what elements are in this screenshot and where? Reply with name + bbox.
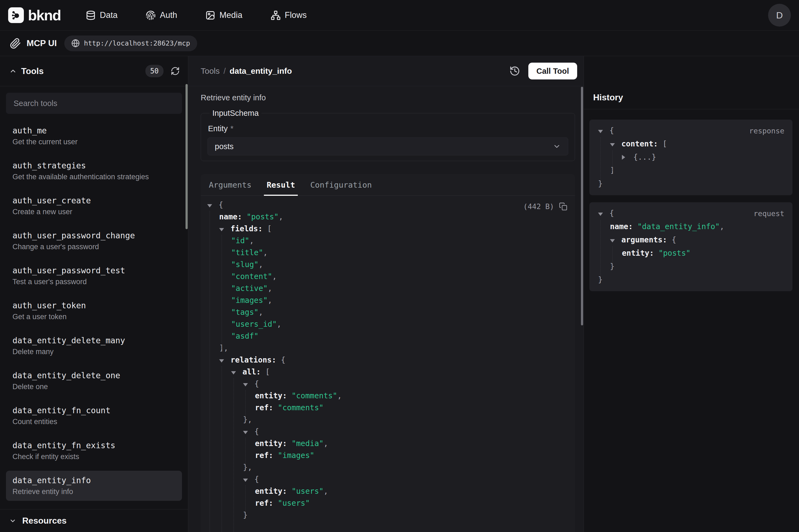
- sidebar-item-auth_me[interactable]: auth_meGet the current user: [6, 121, 182, 151]
- sidebar-item-data_entity_fn_exists[interactable]: data_entity_fn_existsCheck if entity exi…: [6, 436, 182, 466]
- sidebar-item-data_entity_delete_one[interactable]: data_entity_delete_oneDelete one: [6, 366, 182, 396]
- history-header: History: [584, 56, 799, 109]
- json-row: "tags",: [201, 306, 575, 318]
- json-str: "data_entity_info": [638, 222, 720, 231]
- json-key: relations:: [230, 356, 277, 364]
- collapse-caret-icon[interactable]: [231, 366, 243, 378]
- json-p: [: [267, 224, 272, 233]
- collapse-caret-icon[interactable]: [598, 124, 609, 137]
- json-row: {: [589, 124, 793, 137]
- indent-guide: [222, 366, 222, 532]
- history-list: response{content: [{...}]}request{name: …: [584, 109, 799, 532]
- server-url-pill[interactable]: http://localhost:28623/mcp: [64, 36, 197, 51]
- json-row: "asdf": [201, 330, 575, 342]
- nav-label: Data: [100, 10, 117, 20]
- json-key: entity:: [622, 249, 654, 258]
- history-toggle-button[interactable]: [509, 65, 520, 76]
- tab-arguments[interactable]: Arguments: [208, 174, 252, 195]
- collapse-caret-icon[interactable]: [243, 426, 254, 438]
- collapse-caret-icon[interactable]: [219, 223, 230, 235]
- tool-description: Check if entity exists: [13, 453, 175, 461]
- refresh-button[interactable]: [171, 66, 180, 76]
- tool-description: Get a user token: [13, 312, 175, 321]
- avatar[interactable]: D: [768, 4, 791, 26]
- history-title: History: [593, 93, 623, 102]
- collapse-caret-icon[interactable]: [610, 137, 621, 151]
- tool-description: Test a user's password: [13, 278, 175, 286]
- main-scrollbar[interactable]: [581, 87, 583, 325]
- nav-item-data[interactable]: Data: [86, 10, 117, 20]
- resources-section-header[interactable]: Resources: [0, 509, 188, 532]
- json-row: entity: "media",: [201, 438, 575, 450]
- tool-description: Create a new user: [13, 208, 175, 216]
- nav-item-media[interactable]: Media: [205, 10, 242, 20]
- nav-item-auth[interactable]: Auth: [146, 10, 177, 20]
- tool-description: Count entities: [13, 418, 175, 426]
- json-p: ,: [263, 248, 268, 257]
- tool-name: auth_user_password_change: [13, 231, 175, 240]
- search-input[interactable]: [6, 93, 182, 114]
- sidebar-item-auth_user_token[interactable]: auth_user_tokenGet a user token: [6, 296, 182, 326]
- sidebar-item-auth_user_password_test[interactable]: auth_user_password_testTest a user's pas…: [6, 261, 182, 291]
- indent-guide: [601, 220, 601, 280]
- required-mark: *: [230, 124, 233, 133]
- json-row: {: [201, 378, 575, 390]
- collapse-caret-icon[interactable]: [610, 233, 621, 246]
- json-row: name: "data_entity_info",: [589, 220, 793, 233]
- image-icon: [205, 10, 215, 20]
- json-key: ref:: [255, 451, 273, 460]
- tool-name: data_entity_fn_exists: [13, 441, 175, 450]
- collapse-caret-icon[interactable]: [598, 207, 609, 220]
- sidebar-item-auth_user_create[interactable]: auth_user_createCreate a new user: [6, 191, 182, 221]
- chevron-down-icon: [553, 142, 561, 151]
- json-row: name: "posts",: [201, 211, 575, 223]
- result-json-tree: {name: "posts",fields: ["id","title","sl…: [201, 199, 575, 521]
- sidebar-item-data_entity_delete_many[interactable]: data_entity_delete_manyDelete many: [6, 331, 182, 361]
- sidebar-item-data_entity_fn_count[interactable]: data_entity_fn_countCount entities: [6, 401, 182, 431]
- json-row: ref: "images": [201, 450, 575, 461]
- history-panel: History response{content: [{...}]}reques…: [584, 56, 799, 532]
- call-tool-button[interactable]: Call Tool: [528, 63, 577, 79]
- json-str: "comments": [291, 391, 337, 400]
- json-p: {: [254, 475, 259, 484]
- json-str: "asdf": [231, 331, 259, 341]
- entity-select-value: posts: [215, 142, 233, 151]
- tool-name: data_entity_delete_many: [13, 336, 175, 345]
- entity-select[interactable]: posts: [208, 137, 568, 155]
- json-row: "title",: [201, 247, 575, 259]
- refresh-icon: [171, 66, 180, 76]
- tab-result[interactable]: Result: [266, 174, 296, 195]
- mcp-subheader: MCP UI http://localhost:28623/mcp: [0, 31, 799, 56]
- breadcrumb-root[interactable]: Tools: [201, 66, 220, 76]
- result-card: ArgumentsResultConfiguration (442 B) {na…: [201, 174, 575, 532]
- chevron-down-icon: [9, 517, 16, 525]
- nav-label: Flows: [285, 10, 307, 20]
- json-p: {...}: [633, 153, 656, 162]
- tab-configuration[interactable]: Configuration: [309, 174, 373, 195]
- sidebar-scrollbar[interactable]: [186, 84, 188, 229]
- collapse-caret-icon[interactable]: [207, 199, 218, 211]
- tool-description: Delete many: [13, 348, 175, 356]
- collapse-caret-icon[interactable]: [243, 378, 254, 390]
- brand[interactable]: bknd: [8, 7, 61, 24]
- chevron-up-icon[interactable]: [9, 67, 17, 75]
- json-p: ,: [249, 236, 254, 245]
- tool-description: Change a user's password: [13, 243, 175, 251]
- history-entry-request[interactable]: request{name: "data_entity_info",argumen…: [589, 202, 793, 291]
- expand-caret-icon[interactable]: [622, 151, 633, 164]
- json-str: "posts": [659, 249, 690, 258]
- collapse-caret-icon[interactable]: [219, 354, 230, 366]
- json-str: "content": [231, 272, 272, 281]
- sidebar-item-data_entity_info[interactable]: data_entity_infoRetrieve entity info: [6, 471, 182, 501]
- indent-guide: [612, 246, 613, 267]
- json-str: "images": [231, 296, 268, 305]
- bknd-logo-icon: [8, 7, 24, 23]
- json-key: ref:: [255, 403, 273, 412]
- json-p: [: [265, 367, 270, 376]
- nav-item-flows[interactable]: Flows: [271, 10, 307, 20]
- json-row: {: [201, 426, 575, 438]
- sidebar-item-auth_user_password_change[interactable]: auth_user_password_changeChange a user's…: [6, 226, 182, 256]
- history-entry-response[interactable]: response{content: [{...}]}: [589, 119, 793, 195]
- collapse-caret-icon[interactable]: [243, 473, 254, 486]
- sidebar-item-auth_strategies[interactable]: auth_strategiesGet the available authent…: [6, 156, 182, 186]
